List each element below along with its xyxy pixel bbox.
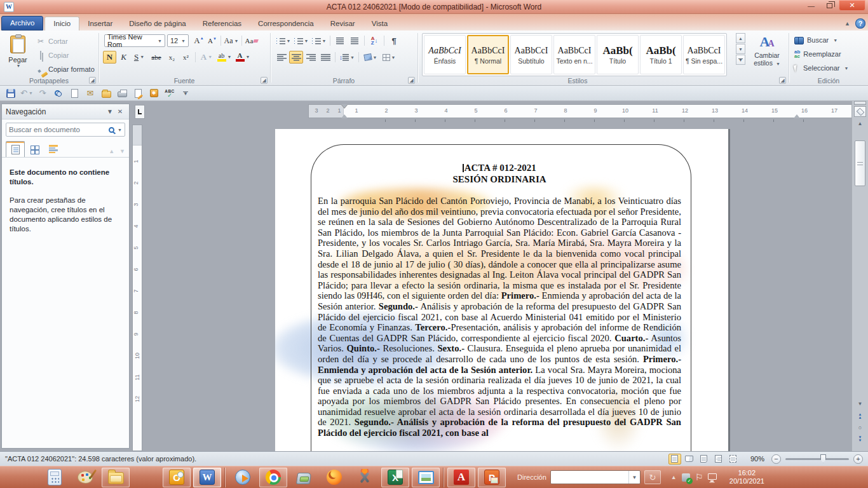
document-text[interactable]: ACTA # 012-2021 SESIÓN ORDINARIA En la p…: [318, 162, 681, 438]
dialog-launcher-clipboard[interactable]: ◢: [89, 77, 96, 84]
toggle-ruler-button[interactable]: [854, 106, 866, 117]
zoom-slider-thumb[interactable]: [820, 454, 826, 463]
ribbon-tab-archivo[interactable]: Archivo: [1, 16, 43, 30]
ribbon-tab-referencias[interactable]: Referencias: [194, 17, 250, 30]
font-size-select[interactable]: 12▼: [167, 34, 189, 47]
style-item[interactable]: AaBbCcIÉnfasis: [424, 35, 466, 74]
style-item[interactable]: AaBbCcITexto en n...: [553, 35, 595, 74]
collapse-ribbon-icon[interactable]: ▲: [843, 19, 852, 28]
italic-button[interactable]: K: [117, 51, 130, 64]
styles-scroll-down-icon[interactable]: ▼: [736, 44, 745, 54]
taskbar-activinspire-button[interactable]: A: [447, 468, 475, 487]
special-tool-button[interactable]: ✱: [147, 87, 161, 100]
taskbar-clock[interactable]: 16:02 20/10/2021: [723, 469, 770, 485]
zoom-slider[interactable]: [785, 458, 849, 460]
help-button[interactable]: ?: [855, 18, 865, 29]
save-button[interactable]: [4, 87, 18, 100]
decrease-indent-button[interactable]: [333, 34, 347, 47]
strikethrough-button[interactable]: abe: [148, 51, 165, 64]
text-effects-button[interactable]: A▼: [198, 51, 215, 64]
font-family-select[interactable]: Times New Rom▼: [104, 34, 165, 47]
bold-button[interactable]: N: [103, 51, 116, 64]
shading-button[interactable]: ▼: [362, 51, 379, 64]
tray-expand-icon[interactable]: ▲: [671, 474, 677, 480]
dialog-launcher-styles[interactable]: ◢: [779, 77, 786, 84]
vertical-ruler[interactable]: 123456789101112: [132, 125, 142, 451]
select-button[interactable]: Seleccionar▼: [794, 62, 848, 74]
navigation-close-icon[interactable]: ✕: [115, 108, 125, 115]
shrink-font-button[interactable]: A▼: [206, 34, 219, 47]
address-go-icon[interactable]: ↻: [644, 470, 661, 484]
bullets-button[interactable]: ▼: [275, 34, 292, 47]
scroll-thumb[interactable]: [855, 140, 865, 186]
ribbon-tab-dise-o-de-p-gina[interactable]: Diseño de página: [121, 17, 194, 30]
taskbar-excel-button[interactable]: X: [381, 468, 409, 487]
change-styles-button[interactable]: AA Cambiar estilos ▼: [750, 33, 784, 76]
address-dropdown-icon[interactable]: ▼: [628, 471, 640, 484]
previous-heading-icon[interactable]: ▲: [109, 148, 114, 154]
horizontal-ruler[interactable]: 3211234567891011121314151617: [308, 104, 855, 118]
taskbar-chrome-button[interactable]: [259, 468, 287, 487]
tab-selector[interactable]: [135, 105, 145, 119]
new-document-button[interactable]: [67, 87, 81, 100]
change-case-button[interactable]: Aa▼: [223, 34, 240, 47]
quick-print-button[interactable]: [115, 87, 129, 100]
dialog-launcher-font[interactable]: ◢: [261, 77, 268, 84]
taskbar-powerpoint-button[interactable]: P: [478, 468, 506, 487]
ribbon-tab-correspondencia[interactable]: Correspondencia: [250, 17, 322, 30]
scroll-up-icon[interactable]: ▲: [854, 118, 866, 128]
character-count[interactable]: "ACTA 012 24062021": 24.598 caracteres (…: [5, 455, 196, 463]
network-icon[interactable]: [708, 473, 717, 480]
redo-button[interactable]: ↷: [36, 87, 50, 100]
justify-button[interactable]: [318, 51, 332, 64]
navigation-menu-icon[interactable]: ▼: [105, 108, 115, 115]
document-page[interactable]: ACTA # 012-2021 SESIÓN ORDINARIA En la p…: [275, 129, 728, 451]
style-item[interactable]: AaBbCcISubtítulo: [510, 35, 552, 74]
line-spacing-button[interactable]: ↕▼: [338, 51, 356, 64]
print-preview-button[interactable]: [51, 87, 65, 100]
borders-button[interactable]: ▼: [380, 51, 398, 64]
open-button[interactable]: [99, 87, 113, 100]
tab-browse-headings[interactable]: [6, 141, 25, 157]
view-draft-button[interactable]: [727, 454, 740, 464]
undo-button[interactable]: ↶▼: [20, 87, 34, 100]
align-right-button[interactable]: [304, 51, 318, 64]
font-color-button[interactable]: A▼: [234, 51, 252, 64]
minimize-button[interactable]: —: [802, 0, 820, 11]
zoom-out-button[interactable]: −: [771, 454, 781, 464]
taskbar-outlook-button[interactable]: O: [163, 468, 191, 487]
first-line-indent-marker[interactable]: [341, 104, 348, 108]
restore-button[interactable]: [820, 0, 839, 11]
taskbar-word-button[interactable]: W: [193, 468, 221, 487]
vertical-scrollbar[interactable]: ▲ ▼ ▲▲ ○ ▼▼: [851, 101, 868, 451]
format-painter-button[interactable]: Copiar formato: [36, 63, 95, 75]
clear-formatting-button[interactable]: Aa: [244, 34, 259, 47]
scroll-down-icon[interactable]: ▼: [854, 398, 866, 409]
ribbon-tab-insertar[interactable]: Insertar: [79, 17, 121, 30]
split-handle[interactable]: [854, 101, 866, 105]
style-item[interactable]: AaBbCcI¶ Normal: [467, 35, 509, 74]
taskbar-calculator-button[interactable]: [41, 468, 69, 487]
align-center-button[interactable]: [289, 51, 303, 64]
superscript-button[interactable]: x²: [179, 51, 193, 64]
next-heading-icon[interactable]: ▼: [119, 148, 125, 154]
right-indent-marker[interactable]: [794, 114, 800, 118]
zoom-in-button[interactable]: +: [853, 454, 863, 464]
next-page-icon[interactable]: ▼▼: [854, 434, 866, 444]
view-outline-button[interactable]: [712, 454, 725, 464]
style-item[interactable]: AaBbCcI¶ Sin espa...: [683, 35, 725, 74]
ribbon-tab-inicio[interactable]: Inicio: [44, 17, 79, 30]
tab-browse-results[interactable]: [44, 141, 63, 157]
styles-more-icon[interactable]: ▼: [736, 55, 745, 65]
ribbon-tab-revisar[interactable]: Revisar: [322, 17, 363, 30]
numbering-button[interactable]: ▼: [292, 34, 309, 47]
grow-font-button[interactable]: A▲: [192, 34, 206, 47]
cut-button[interactable]: Cortar: [36, 35, 68, 47]
taskbar-scanner-button[interactable]: [290, 468, 318, 487]
spelling-button[interactable]: ABC✓: [163, 87, 177, 100]
find-button[interactable]: Buscar▼: [794, 34, 837, 46]
customize-qat-button[interactable]: ▼: [179, 87, 193, 100]
taskbar-photo-viewer-button[interactable]: [412, 468, 440, 487]
paste-button[interactable]: Pegar ▼: [4, 33, 32, 79]
highlight-button[interactable]: ab▼: [215, 51, 233, 64]
